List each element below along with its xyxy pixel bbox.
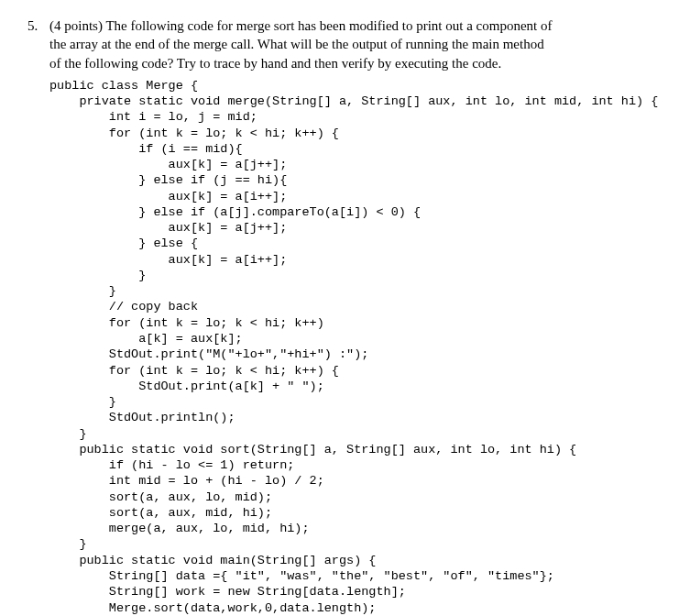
code-line: // copy back: [49, 300, 198, 314]
prompt-line-2: the array at the end of the merge call. …: [49, 37, 544, 51]
code-line: public static void main(String[] args) {: [49, 554, 376, 567]
code-line: String[] work = new String[data.length];: [49, 585, 406, 599]
problem-body: (4 points) The following code for merge …: [49, 16, 658, 616]
code-line: StdOut.print(a[k] + " ");: [49, 380, 324, 393]
points-label: (4 points): [49, 18, 103, 33]
code-line: } else {: [49, 236, 198, 250]
code-line: aux[k] = a[i++];: [49, 190, 287, 204]
code-line: int i = lo, j = mid;: [49, 110, 257, 124]
code-line: sort(a, aux, lo, mid);: [49, 490, 272, 504]
code-line: aux[k] = a[i++];: [49, 253, 287, 267]
code-line: a[k] = aux[k];: [49, 332, 243, 346]
code-line: private static void merge(String[] a, St…: [49, 94, 658, 108]
code-line: } else if (a[j].compareTo(a[i]) < 0) {: [49, 205, 421, 219]
code-line: Merge.sort(data,work,0,data.length);: [49, 601, 376, 615]
code-line: } else if (j == hi){: [49, 173, 287, 187]
code-line: }: [49, 395, 116, 409]
code-line: String[] data ={ "it", "was", "the", "be…: [49, 569, 554, 583]
code-line: public static void sort(String[] a, Stri…: [49, 443, 576, 456]
code-line: merge(a, aux, lo, mid, hi);: [49, 522, 310, 535]
code-line: }: [49, 269, 146, 282]
code-line: if (hi - lo <= 1) return;: [49, 458, 294, 472]
code-line: }: [49, 284, 116, 298]
prompt-line-1: The following code for merge sort has be…: [105, 18, 552, 33]
code-line: aux[k] = a[j++];: [49, 158, 287, 171]
problem-prompt: (4 points) The following code for merge …: [49, 16, 658, 72]
prompt-line-3: of the following code? Try to trace by h…: [49, 56, 501, 71]
code-line: public class Merge {: [49, 79, 198, 93]
code-line: StdOut.println();: [49, 411, 235, 424]
code-line: for (int k = lo; k < hi; k++): [49, 316, 324, 330]
code-line: sort(a, aux, mid, hi);: [49, 506, 272, 520]
problem-number: 5.: [27, 16, 49, 35]
code-line: for (int k = lo; k < hi; k++) {: [49, 364, 339, 378]
code-line: if (i == mid){: [49, 142, 243, 156]
code-block: public class Merge { private static void…: [49, 78, 658, 616]
code-line: StdOut.print("M("+lo+","+hi+") :");: [49, 347, 368, 361]
code-line: aux[k] = a[j++];: [49, 221, 287, 235]
code-line: }: [49, 537, 87, 551]
problem-block: 5. (4 points) The following code for mer…: [27, 16, 652, 616]
code-line: for (int k = lo; k < hi; k++) {: [49, 126, 339, 140]
code-line: }: [49, 427, 87, 441]
code-line: int mid = lo + (hi - lo) / 2;: [49, 474, 324, 488]
